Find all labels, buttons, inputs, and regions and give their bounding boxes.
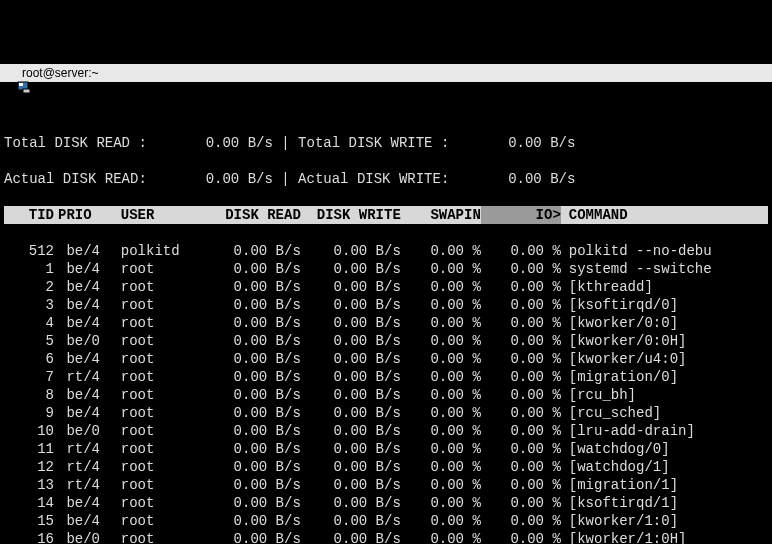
cell-io: 0.00 % <box>481 296 561 314</box>
cell-tid: 14 <box>4 494 54 512</box>
cell-tid: 8 <box>4 386 54 404</box>
cell-read: 0.00 B/s <box>201 368 301 386</box>
cell-io: 0.00 % <box>481 368 561 386</box>
cell-write: 0.00 B/s <box>301 332 401 350</box>
cell-prio: rt/4 <box>54 440 104 458</box>
cell-tid: 4 <box>4 314 54 332</box>
cell-user: root <box>121 368 201 386</box>
cell-user: root <box>121 422 201 440</box>
process-row[interactable]: 14 be/4 root0.00 B/s0.00 B/s0.00 %0.00 %… <box>4 494 768 512</box>
cell-read: 0.00 B/s <box>201 350 301 368</box>
cell-write: 0.00 B/s <box>301 260 401 278</box>
cell-write: 0.00 B/s <box>301 476 401 494</box>
cell-io: 0.00 % <box>481 458 561 476</box>
cell-io: 0.00 % <box>481 332 561 350</box>
cell-user: root <box>121 404 201 422</box>
cell-io: 0.00 % <box>481 386 561 404</box>
cell-swapin: 0.00 % <box>401 242 481 260</box>
cell-user: root <box>121 332 201 350</box>
cell-swapin: 0.00 % <box>401 422 481 440</box>
cell-prio: be/4 <box>54 260 104 278</box>
cell-command: systemd --switche <box>561 260 712 278</box>
col-io[interactable]: IO> <box>481 206 561 224</box>
cell-prio: be/4 <box>54 494 104 512</box>
col-prio[interactable]: PRIO <box>54 206 104 224</box>
cell-read: 0.00 B/s <box>201 512 301 530</box>
cell-prio: be/0 <box>54 422 104 440</box>
process-row[interactable]: 13 rt/4 root0.00 B/s0.00 B/s0.00 %0.00 %… <box>4 476 768 494</box>
cell-command: [rcu_bh] <box>561 386 636 404</box>
process-row[interactable]: 12 rt/4 root0.00 B/s0.00 B/s0.00 %0.00 %… <box>4 458 768 476</box>
cell-user: root <box>121 278 201 296</box>
process-row[interactable]: 16 be/0 root0.00 B/s0.00 B/s0.00 %0.00 %… <box>4 530 768 544</box>
window-titlebar[interactable]: root@server:~ <box>0 64 772 82</box>
cell-prio: be/4 <box>54 404 104 422</box>
process-row[interactable]: 1 be/4 root0.00 B/s0.00 B/s0.00 %0.00 %s… <box>4 260 768 278</box>
cell-read: 0.00 B/s <box>201 476 301 494</box>
process-row[interactable]: 7 rt/4 root0.00 B/s0.00 B/s0.00 %0.00 %[… <box>4 368 768 386</box>
process-row[interactable]: 10 be/0 root0.00 B/s0.00 B/s0.00 %0.00 %… <box>4 422 768 440</box>
cell-command: [rcu_sched] <box>561 404 661 422</box>
cell-write: 0.00 B/s <box>301 368 401 386</box>
cell-read: 0.00 B/s <box>201 404 301 422</box>
cell-read: 0.00 B/s <box>201 242 301 260</box>
cell-tid: 16 <box>4 530 54 544</box>
process-row[interactable]: 512 be/4 polkitd0.00 B/s0.00 B/s0.00 %0.… <box>4 242 768 260</box>
cell-read: 0.00 B/s <box>201 332 301 350</box>
cell-read: 0.00 B/s <box>201 530 301 544</box>
svg-rect-1 <box>19 83 23 86</box>
cell-io: 0.00 % <box>481 242 561 260</box>
cell-user: root <box>121 260 201 278</box>
table-header: TIDPRIO USERDISK READDISK WRITESWAPINIO>… <box>4 206 768 224</box>
process-row[interactable]: 8 be/4 root0.00 B/s0.00 B/s0.00 %0.00 %[… <box>4 386 768 404</box>
cell-io: 0.00 % <box>481 422 561 440</box>
process-row[interactable]: 3 be/4 root0.00 B/s0.00 B/s0.00 %0.00 %[… <box>4 296 768 314</box>
cell-read: 0.00 B/s <box>201 278 301 296</box>
cell-tid: 13 <box>4 476 54 494</box>
cell-tid: 512 <box>4 242 54 260</box>
cell-swapin: 0.00 % <box>401 494 481 512</box>
cell-write: 0.00 B/s <box>301 458 401 476</box>
cell-command: [kworker/0:0H] <box>561 332 687 350</box>
cell-swapin: 0.00 % <box>401 350 481 368</box>
process-row[interactable]: 11 rt/4 root0.00 B/s0.00 B/s0.00 %0.00 %… <box>4 440 768 458</box>
cell-write: 0.00 B/s <box>301 296 401 314</box>
process-row[interactable]: 2 be/4 root0.00 B/s0.00 B/s0.00 %0.00 %[… <box>4 278 768 296</box>
col-read[interactable]: DISK READ <box>201 206 301 224</box>
process-row[interactable]: 15 be/4 root0.00 B/s0.00 B/s0.00 %0.00 %… <box>4 512 768 530</box>
cell-command: [ksoftirqd/0] <box>561 296 678 314</box>
cell-user: root <box>121 494 201 512</box>
cell-write: 0.00 B/s <box>301 512 401 530</box>
cell-user: root <box>121 350 201 368</box>
cell-swapin: 0.00 % <box>401 314 481 332</box>
cell-command: [watchdog/1] <box>561 458 670 476</box>
cell-command: [watchdog/0] <box>561 440 670 458</box>
col-tid[interactable]: TID <box>4 206 54 224</box>
cell-read: 0.00 B/s <box>201 458 301 476</box>
col-user[interactable]: USER <box>121 206 201 224</box>
cell-prio: rt/4 <box>54 476 104 494</box>
summary-line-2: Actual DISK READ: 0.00 B/s | Actual DISK… <box>4 170 768 188</box>
process-row[interactable]: 6 be/4 root0.00 B/s0.00 B/s0.00 %0.00 %[… <box>4 350 768 368</box>
cell-read: 0.00 B/s <box>201 440 301 458</box>
cell-write: 0.00 B/s <box>301 386 401 404</box>
col-swapin[interactable]: SWAPIN <box>401 206 481 224</box>
process-row[interactable]: 5 be/0 root0.00 B/s0.00 B/s0.00 %0.00 %[… <box>4 332 768 350</box>
cell-io: 0.00 % <box>481 314 561 332</box>
cell-io: 0.00 % <box>481 440 561 458</box>
cell-write: 0.00 B/s <box>301 404 401 422</box>
process-row[interactable]: 4 be/4 root0.00 B/s0.00 B/s0.00 %0.00 %[… <box>4 314 768 332</box>
cell-io: 0.00 % <box>481 278 561 296</box>
terminal-output[interactable]: Total DISK READ : 0.00 B/s | Total DISK … <box>0 114 772 544</box>
cell-prio: be/4 <box>54 386 104 404</box>
cell-command: [migration/1] <box>561 476 678 494</box>
cell-tid: 9 <box>4 404 54 422</box>
col-write[interactable]: DISK WRITE <box>301 206 401 224</box>
cell-read: 0.00 B/s <box>201 386 301 404</box>
cell-tid: 7 <box>4 368 54 386</box>
cell-tid: 15 <box>4 512 54 530</box>
process-row[interactable]: 9 be/4 root0.00 B/s0.00 B/s0.00 %0.00 %[… <box>4 404 768 422</box>
cell-command: polkitd --no-debu <box>561 242 712 260</box>
cell-write: 0.00 B/s <box>301 314 401 332</box>
col-command[interactable]: COMMAND <box>561 206 628 224</box>
